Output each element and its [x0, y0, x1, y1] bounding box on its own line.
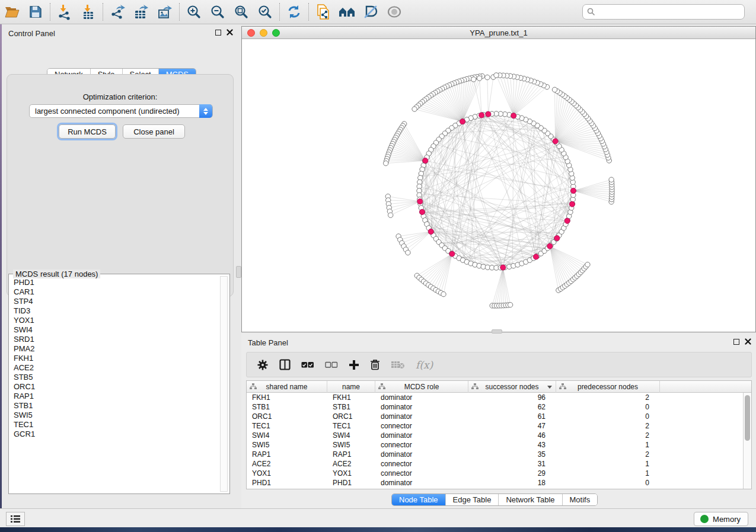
mcds-result-item[interactable]: SWI5: [9, 411, 221, 420]
mcds-list-scrollbar[interactable]: [220, 276, 228, 492]
mcds-result-item[interactable]: TEC1: [9, 420, 221, 430]
table-row[interactable]: RAP1RAP1dominator352: [247, 450, 744, 459]
mcds-result-item[interactable]: STP4: [9, 297, 221, 306]
float-panel-icon[interactable]: [215, 30, 221, 36]
task-history-button[interactable]: [6, 512, 25, 526]
import-table-icon[interactable]: [76, 2, 100, 22]
create-column-icon[interactable]: [349, 360, 359, 370]
search-field[interactable]: [582, 4, 745, 20]
cell-shared-name: FKH1: [247, 393, 327, 402]
show-hide-icon[interactable]: [382, 2, 406, 22]
close-panel-icon[interactable]: [227, 29, 233, 36]
mcds-result-item[interactable]: RAP1: [9, 392, 221, 401]
mcds-options-box: Optimization criterion: largest connecte…: [7, 74, 234, 297]
network-window-titlebar[interactable]: YPA_prune.txt_1: [242, 27, 755, 39]
mcds-result-item[interactable]: GCR1: [9, 430, 221, 439]
cell-predecessor-nodes: 2: [556, 393, 660, 402]
table-row[interactable]: YOX1YOX1connector291: [247, 469, 744, 478]
cell-name: SWI5: [327, 440, 375, 450]
search-icon: [587, 8, 595, 16]
mcds-result-item[interactable]: TID3: [9, 306, 221, 316]
select-stepper-icon: [199, 104, 212, 118]
optimization-criterion-select[interactable]: largest connected component (undirected): [29, 104, 213, 118]
cell-shared-name: STB1: [247, 402, 327, 412]
mcds-result-item[interactable]: YOX1: [9, 316, 221, 325]
cell-name: ACE2: [327, 459, 375, 469]
cell-shared-name: YOX1: [247, 469, 327, 478]
run-mcds-button[interactable]: Run MCDS: [59, 124, 116, 139]
table-settings-gear-icon[interactable]: [257, 359, 269, 371]
table-row[interactable]: ACE2ACE2connector311: [247, 459, 744, 469]
toggle-graphics-details-icon[interactable]: [359, 2, 382, 22]
refresh-icon[interactable]: [282, 2, 306, 22]
vertical-splitter-handle[interactable]: [236, 266, 241, 278]
table-panel-title: Table Panel: [248, 338, 288, 347]
mcds-result-item[interactable]: PMA2: [9, 344, 221, 354]
toolbar-separator: [103, 3, 103, 21]
clone-network-icon[interactable]: [311, 2, 335, 22]
close-panel-icon[interactable]: [745, 338, 751, 345]
toolbar-separator: [308, 3, 309, 21]
cell-shared-name: SWI4: [247, 431, 327, 440]
table-row[interactable]: TEC1TEC1connector472: [247, 421, 744, 431]
float-panel-icon[interactable]: [733, 339, 739, 345]
column-header-predecessor-nodes[interactable]: predecessor nodes: [556, 381, 660, 393]
table-row[interactable]: STB1STB1dominator620: [247, 402, 744, 412]
optimization-criterion-label: Optimization criterion:: [7, 92, 233, 101]
cell-MCDS-role: dominator: [375, 431, 468, 440]
cell-MCDS-role: connector: [375, 459, 468, 469]
first-neighbors-icon[interactable]: [335, 2, 359, 22]
table-scrollbar-thumb[interactable]: [745, 395, 750, 441]
zoom-selected-icon[interactable]: [253, 2, 277, 22]
horizontal-splitter-handle[interactable]: [492, 329, 502, 334]
cell-successor-nodes: 43: [468, 440, 556, 450]
export-table-icon[interactable]: [129, 2, 153, 22]
column-header-successor-nodes[interactable]: successor nodes: [468, 381, 556, 393]
network-view-window: YPA_prune.txt_1: [241, 26, 756, 332]
mcds-result-list: PHD1CAR1STP4TID3YOX1SWI4SRD1PMA2FKH1ACE2…: [9, 278, 221, 491]
cell-predecessor-nodes: 1: [556, 459, 660, 469]
mcds-result-item[interactable]: ORC1: [9, 382, 221, 392]
search-input[interactable]: [598, 8, 744, 17]
table-row[interactable]: ORC1ORC1dominator610: [247, 412, 744, 421]
mcds-result-item[interactable]: CAR1: [9, 287, 221, 297]
cell-name: TEC1: [327, 421, 375, 431]
table-tab-motifs[interactable]: Motifs: [562, 494, 598, 505]
delete-column-icon[interactable]: [370, 359, 380, 370]
zoom-fit-icon[interactable]: [229, 2, 253, 22]
table-row[interactable]: FKH1FKH1dominator962: [247, 393, 744, 402]
cell-name: YOX1: [327, 469, 375, 478]
mcds-result-item[interactable]: SRD1: [9, 335, 221, 344]
export-network-icon[interactable]: [106, 2, 129, 22]
mcds-result-item[interactable]: STB1: [9, 401, 221, 411]
open-file-icon[interactable]: [0, 2, 24, 22]
column-header-shared-name[interactable]: shared name: [247, 381, 327, 393]
column-header-MCDS-role[interactable]: MCDS role: [375, 381, 468, 393]
column-header-name[interactable]: name: [327, 381, 375, 393]
function-builder-icon: f(x): [416, 359, 433, 371]
zoom-in-icon[interactable]: [182, 2, 206, 22]
export-image-icon[interactable]: [153, 2, 177, 22]
cell-MCDS-role: connector: [375, 440, 468, 450]
save-session-icon[interactable]: [24, 2, 47, 22]
mcds-result-item[interactable]: PHD1: [9, 278, 221, 287]
memory-button[interactable]: Memory: [694, 512, 748, 526]
table-tab-node-table[interactable]: Node Table: [392, 494, 445, 505]
network-graph-canvas[interactable]: [242, 39, 755, 332]
mcds-result-item[interactable]: STB5: [9, 373, 221, 382]
table-tab-network-table[interactable]: Network Table: [498, 494, 562, 505]
table-row[interactable]: PHD1PHD1dominator180: [247, 478, 744, 488]
table-row[interactable]: SWI5SWI5connector431: [247, 440, 744, 450]
deselect-all-icon[interactable]: [325, 361, 338, 368]
zoom-out-icon[interactable]: [206, 2, 229, 22]
close-panel-button[interactable]: Close panel: [123, 124, 185, 139]
table-row[interactable]: SWI4SWI4dominator462: [247, 431, 744, 440]
table-scrollbar[interactable]: [743, 393, 751, 489]
mcds-result-item[interactable]: ACE2: [9, 363, 221, 373]
mcds-result-item[interactable]: SWI4: [9, 325, 221, 335]
select-all-icon[interactable]: [301, 361, 314, 368]
import-network-icon[interactable]: [53, 2, 76, 22]
table-tab-edge-table[interactable]: Edge Table: [445, 494, 499, 505]
show-column-icon[interactable]: [279, 359, 291, 370]
mcds-result-item[interactable]: FKH1: [9, 354, 221, 363]
